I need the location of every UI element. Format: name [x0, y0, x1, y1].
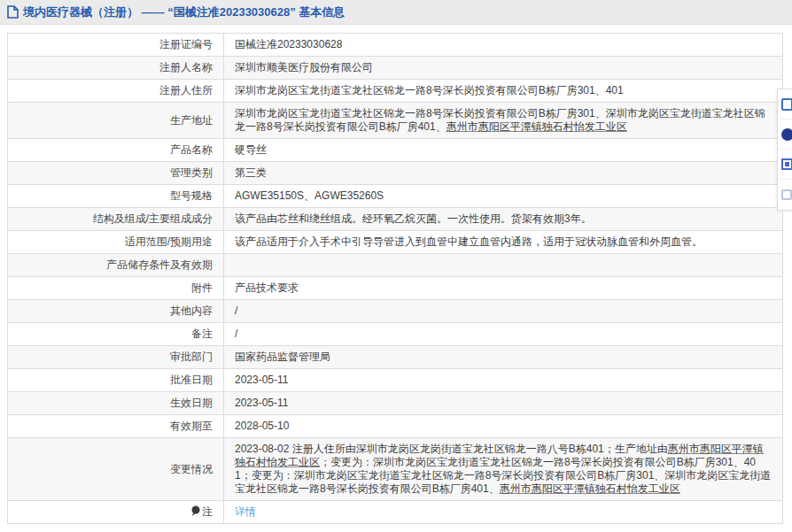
field-label: 生效日期 — [8, 392, 224, 415]
field-value: 深圳市龙岗区宝龙街道宝龙社区锦龙一路8号深长岗投资有限公司B栋厂房301、深圳市… — [224, 103, 783, 139]
table-row: 管理类别 第三类 — [8, 162, 783, 185]
table-row: 备注 / — [8, 323, 783, 346]
table-row: 产品名称 硬导丝 — [8, 139, 783, 162]
field-value: 2028-05-10 — [224, 415, 783, 438]
field-value: 2023-08-02 注册人住所由深圳市龙岗区龙岗街道宝龙社区锦龙一路八号B栋4… — [224, 438, 783, 501]
address-segment-underlined: 惠州市惠阳区平潭镇独石村怡发工业区 — [446, 120, 627, 133]
field-value: / — [224, 323, 783, 346]
table-row: 其他内容 / — [8, 300, 783, 323]
table-row: 注册人名称 深圳市顺美医疗股份有限公司 — [8, 57, 783, 80]
note-label: 注 — [202, 505, 213, 518]
floating-toolbar — [777, 89, 792, 211]
field-label: 管理类别 — [8, 162, 224, 185]
field-label: 附件 — [8, 277, 224, 300]
field-label: 注册证编号 — [8, 34, 224, 57]
field-label: 结构及组成/主要组成成分 — [8, 208, 224, 231]
registration-info-table: 注册证编号 国械注准20233030628 注册人名称 深圳市顺美医疗股份有限公… — [7, 33, 783, 524]
field-value: 硬导丝 — [224, 139, 783, 162]
table-row: 附件 产品技术要求 — [8, 277, 783, 300]
qrcode-icon — [781, 158, 792, 170]
more-icon — [781, 189, 792, 200]
change-segment-underlined: 惠州市惠阳区平潭镇独石村怡发工业区 — [500, 482, 680, 495]
table-row: 型号规格 AGWE35150S、AGWE35260S — [8, 185, 783, 208]
field-label: 型号规格 — [8, 185, 224, 208]
field-label: 注册人住所 — [8, 80, 224, 103]
field-label: 注册人名称 — [8, 57, 224, 80]
field-label: 其他内容 — [8, 300, 224, 323]
document-icon — [781, 98, 792, 111]
field-value: 2023-05-11 — [224, 369, 783, 392]
table-row: 生产地址 深圳市龙岗区宝龙街道宝龙社区锦龙一路8号深长岗投资有限公司B栋厂房30… — [8, 103, 783, 139]
field-value: 详情 — [224, 501, 783, 524]
table-row: 结构及组成/主要组成成分 该产品由芯丝和绕丝组成。经环氧乙烷灭菌。一次性使用。货… — [8, 208, 783, 231]
toolbar-more-button[interactable] — [778, 180, 792, 210]
field-value: 深圳市顺美医疗股份有限公司 — [224, 57, 783, 80]
field-label: 审批部门 — [8, 346, 224, 369]
field-label: 产品名称 — [8, 139, 224, 162]
field-label: 生产地址 — [8, 103, 224, 139]
field-value: 该产品适用于介入手术中引导导管进入到血管中建立血管内通路，适用于冠状动脉血管和外… — [224, 231, 783, 254]
field-value: 第三类 — [224, 162, 783, 185]
field-value: 国家药品监督管理局 — [224, 346, 783, 369]
table-row: 有效期至 2028-05-10 — [8, 415, 783, 438]
table-row: 批准日期 2023-05-11 — [8, 369, 783, 392]
pin-icon — [190, 505, 200, 517]
table-row: 注 详情 — [8, 501, 783, 524]
field-value: 国械注准20233030628 — [224, 34, 783, 57]
field-value: / — [224, 300, 783, 323]
page-header: 境内医疗器械（注册） —— “国械注准20233030628” 基本信息 — [0, 0, 792, 25]
table-row: 生效日期 2023-05-11 — [8, 392, 783, 415]
field-label: 批准日期 — [8, 369, 224, 392]
toolbar-qrcode-button[interactable] — [778, 150, 792, 180]
toolbar-share-button[interactable] — [778, 120, 792, 150]
table-row: 审批部门 国家药品监督管理局 — [8, 346, 783, 369]
table-row: 注册证编号 国械注准20233030628 — [8, 34, 783, 57]
table-row: 产品储存条件及有效期 — [8, 254, 783, 277]
field-label: 变更情况 — [8, 438, 224, 501]
toolbar-document-button[interactable] — [778, 89, 792, 120]
field-value: 2023-05-11 — [224, 392, 783, 415]
field-label: 备注 — [8, 323, 224, 346]
field-label: 产品储存条件及有效期 — [8, 254, 224, 277]
field-value: 该产品由芯丝和绕丝组成。经环氧乙烷灭菌。一次性使用。货架有效期3年。 — [224, 208, 783, 231]
field-value: 产品技术要求 — [224, 277, 783, 300]
field-value — [224, 254, 783, 277]
field-value: 深圳市龙岗区宝龙街道宝龙社区锦龙一路8号深长岗投资有限公司B栋厂房301、401 — [224, 80, 783, 103]
field-label: 注 — [8, 501, 224, 524]
document-icon — [7, 5, 19, 19]
change-segment: 2023-08-02 注册人住所由深圳市龙岗区龙岗街道宝龙社区锦龙一路八号B栋4… — [235, 443, 668, 455]
table-row: 适用范围/预期用途 该产品适用于介入手术中引导导管进入到血管中建立血管内通路，适… — [8, 231, 783, 254]
detail-link[interactable]: 详情 — [235, 505, 256, 518]
field-label: 适用范围/预期用途 — [8, 231, 224, 254]
page-title: 境内医疗器械（注册） —— “国械注准20233030628” 基本信息 — [23, 4, 345, 20]
field-value: AGWE35150S、AGWE35260S — [224, 185, 783, 208]
share-circle-icon — [781, 128, 792, 141]
table-row: 注册人住所 深圳市龙岗区宝龙街道宝龙社区锦龙一路8号深长岗投资有限公司B栋厂房3… — [8, 80, 783, 103]
field-label: 有效期至 — [8, 415, 224, 438]
table-row: 变更情况 2023-08-02 注册人住所由深圳市龙岗区龙岗街道宝龙社区锦龙一路… — [8, 438, 783, 501]
